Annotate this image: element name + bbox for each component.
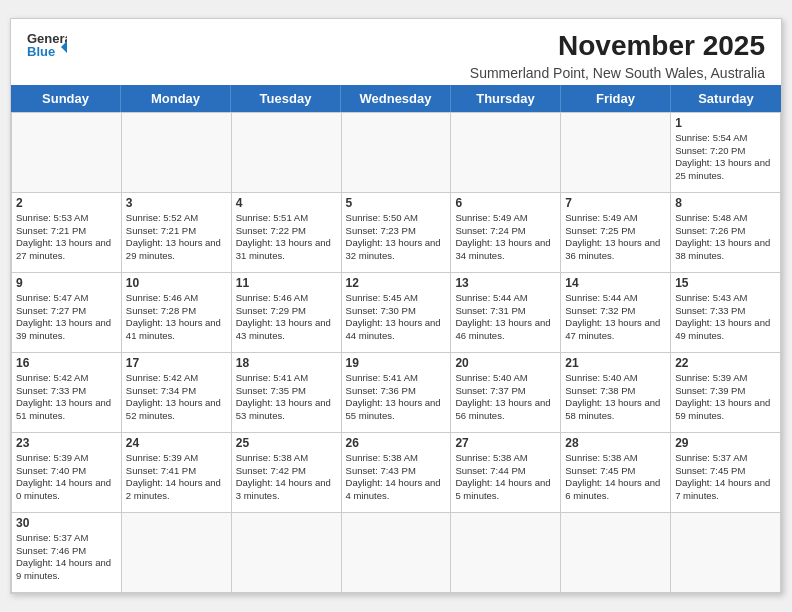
calendar-cell [12, 113, 122, 193]
day-number: 1 [675, 116, 776, 130]
calendar-cell: 7Sunrise: 5:49 AM Sunset: 7:25 PM Daylig… [561, 193, 671, 273]
day-number: 24 [126, 436, 227, 450]
day-number: 26 [346, 436, 447, 450]
cell-content: Sunrise: 5:48 AM Sunset: 7:26 PM Dayligh… [675, 212, 776, 263]
calendar-cell: 1Sunrise: 5:54 AM Sunset: 7:20 PM Daylig… [671, 113, 781, 193]
day-number: 18 [236, 356, 337, 370]
calendar-cell [671, 513, 781, 593]
cell-content: Sunrise: 5:44 AM Sunset: 7:32 PM Dayligh… [565, 292, 666, 343]
day-number: 14 [565, 276, 666, 290]
cell-content: Sunrise: 5:39 AM Sunset: 7:40 PM Dayligh… [16, 452, 117, 503]
cell-content: Sunrise: 5:44 AM Sunset: 7:31 PM Dayligh… [455, 292, 556, 343]
calendar-cell [342, 513, 452, 593]
day-number: 8 [675, 196, 776, 210]
cell-content: Sunrise: 5:38 AM Sunset: 7:45 PM Dayligh… [565, 452, 666, 503]
cell-content: Sunrise: 5:42 AM Sunset: 7:34 PM Dayligh… [126, 372, 227, 423]
day-number: 10 [126, 276, 227, 290]
header-monday: Monday [121, 85, 231, 112]
cell-content: Sunrise: 5:46 AM Sunset: 7:28 PM Dayligh… [126, 292, 227, 343]
day-number: 19 [346, 356, 447, 370]
day-number: 11 [236, 276, 337, 290]
header-friday: Friday [561, 85, 671, 112]
calendar-cell: 30Sunrise: 5:37 AM Sunset: 7:46 PM Dayli… [12, 513, 122, 593]
calendar-cell [232, 513, 342, 593]
day-number: 5 [346, 196, 447, 210]
calendar-cell: 22Sunrise: 5:39 AM Sunset: 7:39 PM Dayli… [671, 353, 781, 433]
day-number: 23 [16, 436, 117, 450]
cell-content: Sunrise: 5:41 AM Sunset: 7:36 PM Dayligh… [346, 372, 447, 423]
title-section: November 2025 Summerland Point, New Sout… [470, 29, 765, 81]
day-number: 22 [675, 356, 776, 370]
calendar-cell: 6Sunrise: 5:49 AM Sunset: 7:24 PM Daylig… [451, 193, 561, 273]
header-thursday: Thursday [451, 85, 561, 112]
calendar-cell: 17Sunrise: 5:42 AM Sunset: 7:34 PM Dayli… [122, 353, 232, 433]
calendar-cell [451, 513, 561, 593]
cell-content: Sunrise: 5:40 AM Sunset: 7:38 PM Dayligh… [565, 372, 666, 423]
cell-content: Sunrise: 5:38 AM Sunset: 7:44 PM Dayligh… [455, 452, 556, 503]
header-saturday: Saturday [671, 85, 781, 112]
calendar-cell [561, 513, 671, 593]
header: General Blue November 2025 Summerland Po… [11, 19, 781, 85]
calendar-cell: 15Sunrise: 5:43 AM Sunset: 7:33 PM Dayli… [671, 273, 781, 353]
calendar-cell: 14Sunrise: 5:44 AM Sunset: 7:32 PM Dayli… [561, 273, 671, 353]
day-number: 30 [16, 516, 117, 530]
calendar-cell: 21Sunrise: 5:40 AM Sunset: 7:38 PM Dayli… [561, 353, 671, 433]
day-number: 7 [565, 196, 666, 210]
calendar-cell: 8Sunrise: 5:48 AM Sunset: 7:26 PM Daylig… [671, 193, 781, 273]
day-number: 9 [16, 276, 117, 290]
day-headers: Sunday Monday Tuesday Wednesday Thursday… [11, 85, 781, 112]
calendar-cell [561, 113, 671, 193]
calendar-cell [232, 113, 342, 193]
calendar-cell [122, 113, 232, 193]
calendar-cell: 20Sunrise: 5:40 AM Sunset: 7:37 PM Dayli… [451, 353, 561, 433]
month-title: November 2025 [470, 29, 765, 63]
header-wednesday: Wednesday [341, 85, 451, 112]
cell-content: Sunrise: 5:49 AM Sunset: 7:24 PM Dayligh… [455, 212, 556, 263]
day-number: 28 [565, 436, 666, 450]
cell-content: Sunrise: 5:37 AM Sunset: 7:46 PM Dayligh… [16, 532, 117, 583]
cell-content: Sunrise: 5:38 AM Sunset: 7:43 PM Dayligh… [346, 452, 447, 503]
calendar-cell: 13Sunrise: 5:44 AM Sunset: 7:31 PM Dayli… [451, 273, 561, 353]
svg-text:Blue: Blue [27, 44, 55, 59]
header-sunday: Sunday [11, 85, 121, 112]
cell-content: Sunrise: 5:51 AM Sunset: 7:22 PM Dayligh… [236, 212, 337, 263]
cell-content: Sunrise: 5:38 AM Sunset: 7:42 PM Dayligh… [236, 452, 337, 503]
calendar-cell: 28Sunrise: 5:38 AM Sunset: 7:45 PM Dayli… [561, 433, 671, 513]
calendar-cell: 23Sunrise: 5:39 AM Sunset: 7:40 PM Dayli… [12, 433, 122, 513]
calendar-cell: 3Sunrise: 5:52 AM Sunset: 7:21 PM Daylig… [122, 193, 232, 273]
cell-content: Sunrise: 5:39 AM Sunset: 7:41 PM Dayligh… [126, 452, 227, 503]
calendar-cell: 27Sunrise: 5:38 AM Sunset: 7:44 PM Dayli… [451, 433, 561, 513]
calendar-cell: 18Sunrise: 5:41 AM Sunset: 7:35 PM Dayli… [232, 353, 342, 433]
calendar-cell: 11Sunrise: 5:46 AM Sunset: 7:29 PM Dayli… [232, 273, 342, 353]
cell-content: Sunrise: 5:53 AM Sunset: 7:21 PM Dayligh… [16, 212, 117, 263]
day-number: 17 [126, 356, 227, 370]
day-number: 12 [346, 276, 447, 290]
calendar-cell: 29Sunrise: 5:37 AM Sunset: 7:45 PM Dayli… [671, 433, 781, 513]
day-number: 20 [455, 356, 556, 370]
logo-icon: General Blue [27, 29, 67, 69]
location-title: Summerland Point, New South Wales, Austr… [470, 65, 765, 81]
logo: General Blue [27, 29, 67, 69]
calendar-cell: 24Sunrise: 5:39 AM Sunset: 7:41 PM Dayli… [122, 433, 232, 513]
calendar-cell [122, 513, 232, 593]
day-number: 21 [565, 356, 666, 370]
cell-content: Sunrise: 5:47 AM Sunset: 7:27 PM Dayligh… [16, 292, 117, 343]
cell-content: Sunrise: 5:42 AM Sunset: 7:33 PM Dayligh… [16, 372, 117, 423]
calendar-cell: 19Sunrise: 5:41 AM Sunset: 7:36 PM Dayli… [342, 353, 452, 433]
calendar-cell: 26Sunrise: 5:38 AM Sunset: 7:43 PM Dayli… [342, 433, 452, 513]
calendar-cell: 25Sunrise: 5:38 AM Sunset: 7:42 PM Dayli… [232, 433, 342, 513]
calendar-cell [342, 113, 452, 193]
day-number: 3 [126, 196, 227, 210]
cell-content: Sunrise: 5:37 AM Sunset: 7:45 PM Dayligh… [675, 452, 776, 503]
day-number: 2 [16, 196, 117, 210]
calendar-cell: 2Sunrise: 5:53 AM Sunset: 7:21 PM Daylig… [12, 193, 122, 273]
day-number: 27 [455, 436, 556, 450]
cell-content: Sunrise: 5:49 AM Sunset: 7:25 PM Dayligh… [565, 212, 666, 263]
day-number: 16 [16, 356, 117, 370]
day-number: 13 [455, 276, 556, 290]
calendar-cell: 5Sunrise: 5:50 AM Sunset: 7:23 PM Daylig… [342, 193, 452, 273]
day-number: 15 [675, 276, 776, 290]
calendar-container: General Blue November 2025 Summerland Po… [10, 18, 782, 594]
cell-content: Sunrise: 5:39 AM Sunset: 7:39 PM Dayligh… [675, 372, 776, 423]
calendar-cell: 16Sunrise: 5:42 AM Sunset: 7:33 PM Dayli… [12, 353, 122, 433]
